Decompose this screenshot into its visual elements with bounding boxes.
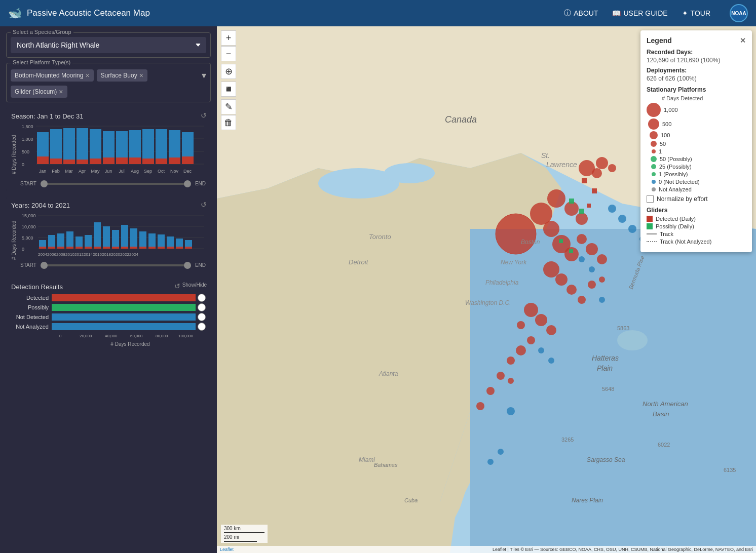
svg-rect-65 — [158, 234, 165, 249]
svg-point-135 — [476, 402, 484, 410]
detection-refresh-icon[interactable]: ↺ — [174, 282, 180, 290]
svg-point-138 — [592, 168, 602, 178]
platform-tag-surface-buoy: Surface Buoy × — [97, 69, 147, 82]
bottom-mooring-remove[interactable]: × — [85, 71, 89, 80]
legend-detected-daily: Detected (Daily) — [647, 216, 746, 222]
season-chart-svg: 1,500 1,000 500 0 — [20, 123, 206, 179]
legend-1: 1 — [647, 148, 746, 154]
svg-text:2006: 2006 — [47, 252, 56, 257]
circle-1-possibly — [652, 172, 656, 176]
platform-dropdown-btn[interactable]: ▾ — [202, 70, 206, 81]
detection-results-section: Show/Hide ↺ Detection Results Detected P… — [6, 278, 211, 352]
detection-x-axis-label: # Days Recorded — [55, 341, 206, 347]
svg-rect-59 — [103, 226, 110, 249]
svg-text:40,000: 40,000 — [105, 334, 118, 338]
det-row-possibly: Possibly — [11, 303, 206, 311]
glider-remove[interactable]: × — [59, 88, 63, 96]
svg-rect-74 — [85, 247, 92, 249]
years-start-label: START — [20, 262, 36, 268]
svg-point-119 — [543, 261, 559, 278]
tour-link[interactable]: ✦ TOUR — [682, 9, 710, 17]
years-refresh-icon[interactable]: ↺ — [201, 201, 207, 209]
star-icon: ✦ — [682, 9, 688, 17]
zoom-in-button[interactable]: + — [221, 30, 236, 46]
species-select[interactable]: North Atlantic Right Whale — [11, 37, 206, 53]
svg-rect-76 — [103, 247, 110, 249]
svg-point-137 — [596, 157, 608, 169]
label-500: 500 — [662, 121, 671, 127]
svg-point-126 — [535, 314, 547, 326]
svg-point-127 — [546, 325, 556, 335]
svg-rect-73 — [75, 247, 83, 249]
about-link[interactable]: ⓘ ABOUT — [564, 9, 598, 18]
season-slider-end-handle[interactable] — [184, 180, 191, 187]
svg-rect-25 — [103, 157, 115, 164]
zoom-controls: + − ⊕ ◾ ✎ 🗑 — [221, 30, 236, 130]
circle-0-not-detected — [652, 180, 656, 184]
svg-text:2010: 2010 — [65, 252, 74, 257]
svg-text:15,000: 15,000 — [22, 213, 36, 218]
svg-text:St.: St. — [541, 151, 550, 160]
season-slider-start-handle[interactable] — [41, 180, 48, 187]
platform-section: Select Platform Type(s) Bottom-Mounted M… — [6, 63, 211, 102]
fullscreen-button[interactable]: ◾ — [221, 82, 236, 97]
years-title: Years: 2004 to 2021 — [11, 202, 206, 209]
svg-text:Nov: Nov — [170, 169, 179, 174]
svg-text:North American: North American — [642, 400, 688, 408]
svg-text:Hatteras: Hatteras — [592, 354, 619, 362]
season-refresh-icon[interactable]: ↺ — [201, 111, 207, 120]
not-analyzed-toggle[interactable] — [198, 323, 206, 331]
svg-rect-54 — [57, 233, 64, 249]
svg-rect-157 — [592, 188, 597, 193]
legend-1000: 1,000 — [647, 103, 746, 117]
legend-close-button[interactable]: ✕ — [740, 36, 746, 45]
svg-text:Sep: Sep — [144, 169, 152, 174]
svg-text:2014: 2014 — [84, 252, 93, 257]
season-y-label: # Days Recorded — [11, 123, 20, 186]
svg-rect-85 — [185, 247, 192, 249]
det-row-detected: Detected — [11, 294, 206, 302]
not-detected-toggle[interactable] — [198, 313, 206, 321]
user-guide-link[interactable]: 📖 USER GUIDE — [612, 9, 667, 17]
svg-text:0: 0 — [59, 334, 62, 338]
edit-button[interactable]: ✎ — [221, 99, 236, 114]
svg-point-113 — [543, 221, 559, 237]
svg-text:Philadelphia: Philadelphia — [485, 279, 519, 286]
square-possibly-daily — [647, 223, 653, 229]
svg-text:Miami: Miami — [359, 456, 375, 463]
legend-not-analyzed: Not Analyzed — [647, 186, 746, 192]
surface-buoy-label: Surface Buoy — [101, 72, 137, 79]
map-area[interactable]: Canada St. Lawrence Newfoundland Toronto… — [217, 26, 756, 553]
years-slider-end-handle[interactable] — [184, 262, 191, 269]
svg-point-147 — [538, 347, 544, 353]
stationary-platforms-title: Stationary Platforms — [647, 86, 746, 93]
svg-rect-75 — [94, 247, 101, 249]
svg-rect-30 — [169, 157, 180, 164]
leaflet-link[interactable]: Leaflet — [220, 547, 234, 552]
detected-label: Detected — [11, 295, 52, 301]
svg-rect-55 — [66, 231, 73, 249]
svg-text:60,000: 60,000 — [130, 334, 143, 338]
zoom-out-button[interactable]: − — [221, 46, 236, 61]
svg-rect-82 — [158, 247, 165, 249]
compass-button[interactable]: ⊕ — [221, 64, 236, 79]
deployments-value: 626 of 626 (100%) — [647, 75, 746, 82]
surface-buoy-remove[interactable]: × — [139, 71, 143, 80]
svg-point-121 — [566, 285, 577, 295]
svg-point-142 — [628, 225, 636, 233]
svg-text:Nares Plain: Nares Plain — [572, 497, 603, 504]
label-1-possibly: 1 (Possibly) — [659, 171, 688, 177]
show-hide-label: Show/Hide — [182, 282, 207, 288]
svg-rect-60 — [112, 230, 119, 249]
normalize-checkbox[interactable] — [647, 195, 654, 203]
years-slider-track[interactable] — [41, 264, 191, 266]
possibly-toggle[interactable] — [198, 303, 206, 311]
season-slider-track[interactable] — [41, 183, 191, 185]
delete-button[interactable]: 🗑 — [221, 115, 236, 130]
platform-tag-bottom-mooring: Bottom-Mounted Mooring × — [11, 69, 94, 82]
svg-text:Jan: Jan — [39, 169, 47, 174]
days-detected-label: # Days Detected — [662, 95, 703, 101]
detected-toggle[interactable] — [198, 294, 206, 302]
years-slider-start-handle[interactable] — [41, 262, 48, 269]
svg-text:0: 0 — [22, 162, 24, 167]
